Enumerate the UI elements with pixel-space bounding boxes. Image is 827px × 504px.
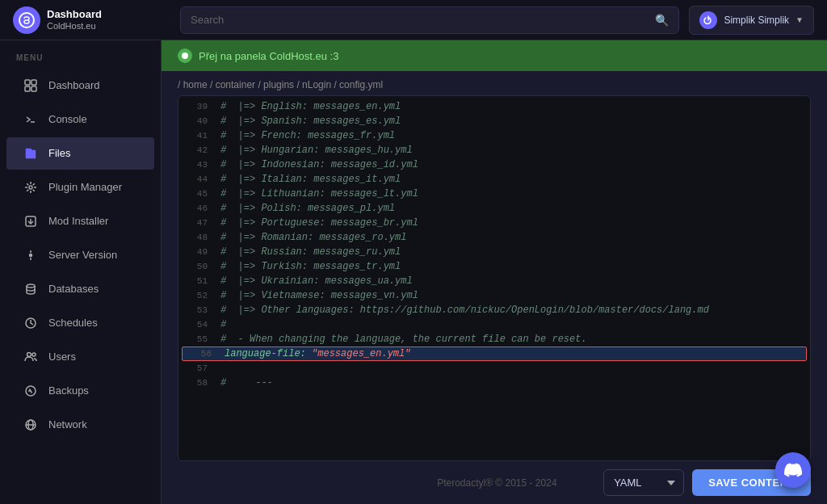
sidebar-item-backups[interactable]: Backups [6,375,154,407]
line-number: 44 [185,174,208,184]
code-line: 46# |=> Polish: messages_pl.yml [178,201,810,216]
format-select[interactable]: YAMLJSONTOMLPlain Text [603,469,684,496]
logo-text: Dashboard ColdHost.eu [47,8,102,32]
line-code: # |=> English: messages_en.yml [220,101,401,112]
main-layout: MENU Dashboard Console [0,40,827,504]
mod-installer-icon [23,213,39,229]
user-menu[interactable]: Simplik Simplik ▼ [689,6,814,35]
topbar: Dashboard ColdHost.eu 🔍 Simplik Simplik … [0,0,827,40]
line-number: 51 [185,276,208,286]
svg-rect-3 [25,86,30,91]
line-code: # |=> Lithuanian: messages_lt.yml [220,188,418,200]
code-line: 43# |=> Indonesian: messages_id.yml [178,158,810,172]
chevron-down-icon: ▼ [796,15,804,24]
line-code: # - When changing the language, the curr… [220,334,587,345]
line-number: 43 [185,160,208,170]
code-line: 56language-file: "messages_en.yml" [182,346,807,361]
line-code: # |=> Portuguese: messages_br.yml [220,217,418,229]
sidebar-label-backups: Backups [48,384,89,398]
svg-rect-1 [25,80,30,85]
line-code: # |=> Vietnamese: messages_vn.yml [220,290,418,301]
svg-point-6 [29,186,32,189]
sidebar-label-files: Files [48,147,70,161]
files-icon [23,145,39,162]
search-icon: 🔍 [655,14,669,27]
svg-point-15 [32,353,36,356]
line-number: 57 [185,363,208,373]
code-line: 58# --- [178,376,810,390]
line-number: 58 [185,378,208,388]
line-number: 50 [185,262,208,271]
sidebar-label-server-version: Server Version [48,249,117,262]
line-code: # |=> Indonesian: messages_id.yml [220,159,418,170]
user-name: Simplik Simplik [724,15,789,26]
sidebar-item-files[interactable]: Files [6,137,154,170]
search-input[interactable] [191,14,649,26]
svg-rect-2 [31,80,36,85]
code-line: 55# - When changing the language, the cu… [178,332,810,346]
file-editor[interactable]: 39# |=> English: messages_en.yml40# |=> … [178,95,811,461]
line-number: 56 [189,349,212,359]
sidebar: MENU Dashboard Console [0,40,162,504]
sidebar-item-plugin-manager[interactable]: Plugin Manager [6,171,154,204]
dashboard-icon [23,78,39,94]
svg-point-9 [30,254,32,257]
svg-point-12 [27,284,35,288]
code-line: 48# |=> Romanian: messages_ro.yml [178,230,810,245]
code-line: 50# |=> Turkish: messages_tr.yml [178,259,810,274]
line-code: # |=> Russian: messages_ru.yml [220,246,401,258]
line-number: 47 [185,218,208,228]
content-area: Přej na panela ColdHost.eu :3 / home / c… [162,40,827,504]
line-code: language-file: "messages_en.yml" [225,348,410,359]
sidebar-item-network[interactable]: Network [6,409,154,441]
status-dot [178,48,192,63]
sidebar-label-schedules: Schedules [48,317,98,330]
sidebar-item-mod-installer[interactable]: Mod Installer [6,205,154,237]
app-title: Dashboard [47,8,102,21]
code-line: 40# |=> Spanish: messages_es.yml [178,114,810,128]
code-line: 41# |=> French: messages_fr.yml [178,128,810,143]
sidebar-label-console: Console [48,113,87,127]
sidebar-item-schedules[interactable]: Schedules [6,307,154,339]
banner-text: Přej na panela ColdHost.eu :3 [199,50,338,62]
search-bar[interactable]: 🔍 [180,6,679,34]
sidebar-item-console[interactable]: Console [6,103,154,136]
line-code: # |=> Romanian: messages_ro.yml [220,232,406,243]
line-number: 41 [185,131,208,141]
code-line: 53# |=> Other languages: https://github.… [178,303,810,317]
code-line: 39# |=> English: messages_en.yml [178,99,810,114]
backups-icon [23,383,39,399]
line-code: # |=> Other languages: https://github.co… [220,304,709,316]
code-editor[interactable]: 39# |=> English: messages_en.yml40# |=> … [178,96,810,460]
line-code: # --- [220,377,273,388]
network-icon [23,417,39,433]
line-number: 39 [185,102,208,111]
code-line: 51# |=> Ukrainian: messages_ua.yml [178,274,810,288]
code-line: 47# |=> Portuguese: messages_br.yml [178,216,810,230]
discord-button[interactable] [775,452,811,488]
server-version-icon [23,247,39,263]
sidebar-item-dashboard[interactable]: Dashboard [6,69,154,102]
footer-bar: Pterodactyl® © 2015 - 2024 YAMLJSONTOMLP… [162,461,827,504]
code-line: 45# |=> Lithuanian: messages_lt.yml [178,187,810,201]
code-line: 54# [178,317,810,332]
console-icon [23,111,39,128]
line-code: # |=> Italian: messages_it.yml [220,174,401,185]
sidebar-item-users[interactable]: Users [6,341,154,373]
user-power-icon [699,11,717,29]
sidebar-label-mod-installer: Mod Installer [48,215,108,229]
plugin-manager-icon [23,179,39,195]
line-code: # |=> Spanish: messages_es.yml [220,116,401,127]
line-code: # |=> Polish: messages_pl.yml [220,203,395,214]
sidebar-item-databases[interactable]: Databases [6,273,154,305]
line-number: 55 [185,334,208,344]
schedules-icon [23,315,39,331]
line-number: 49 [185,247,208,257]
users-icon [23,349,39,365]
line-code: # |=> Turkish: messages_tr.yml [220,261,401,272]
breadcrumb: / home / container / plugins / nLogin / … [162,71,827,95]
line-number: 53 [185,305,208,315]
logo-area: Dashboard ColdHost.eu [13,6,170,34]
sidebar-item-server-version[interactable]: Server Version [6,239,154,271]
code-line: 44# |=> Italian: messages_it.yml [178,172,810,187]
